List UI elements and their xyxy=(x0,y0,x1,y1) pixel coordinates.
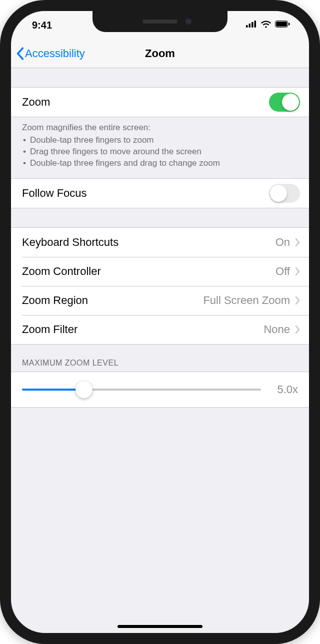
row-keyboard-shortcuts[interactable]: Keyboard Shortcuts On xyxy=(11,228,309,257)
row-label: Follow Focus xyxy=(22,187,87,200)
zoom-desc-bullet: Double-tap three fingers and drag to cha… xyxy=(22,158,298,169)
row-value: Off xyxy=(276,265,290,278)
notch xyxy=(92,11,228,32)
row-follow-focus[interactable]: Follow Focus xyxy=(11,179,309,208)
zoom-description: Zoom magnifies the entire screen: Double… xyxy=(11,117,309,178)
row-label: Zoom Filter xyxy=(22,323,78,336)
front-camera xyxy=(186,19,192,25)
screen: 9:41 xyxy=(11,11,309,633)
row-max-zoom-slider: 5.0x xyxy=(11,372,309,408)
zoom-toggle[interactable] xyxy=(269,93,300,112)
wifi-icon xyxy=(260,20,272,30)
svg-rect-5 xyxy=(276,22,287,27)
group-follow-focus: Follow Focus xyxy=(11,178,309,208)
cellular-icon xyxy=(246,21,257,30)
speaker-grill xyxy=(142,20,178,24)
status-icons xyxy=(246,20,293,30)
row-zoom-toggle[interactable]: Zoom xyxy=(11,88,309,117)
slider-knob[interactable] xyxy=(76,381,92,398)
back-label: Accessibility xyxy=(25,47,85,60)
zoom-desc-bullet: Drag three fingers to move around the sc… xyxy=(22,146,298,158)
svg-rect-2 xyxy=(252,22,254,28)
row-label: Zoom xyxy=(22,96,50,109)
row-label: Keyboard Shortcuts xyxy=(22,236,118,249)
row-value: None xyxy=(264,323,290,336)
chevron-right-icon xyxy=(295,325,300,334)
row-value: Full Screen Zoom xyxy=(203,294,290,307)
group-options: Keyboard Shortcuts On Zoom Controller Of… xyxy=(11,227,309,345)
nav-bar: Accessibility Zoom xyxy=(11,39,309,68)
content[interactable]: Zoom Zoom magnifies the entire screen: D… xyxy=(11,68,309,633)
max-zoom-value: 5.0x xyxy=(270,383,298,396)
battery-icon xyxy=(275,21,290,30)
max-zoom-slider[interactable] xyxy=(22,382,261,397)
row-label: Zoom Controller xyxy=(22,265,101,278)
slider-fill xyxy=(22,389,84,391)
svg-rect-3 xyxy=(254,21,256,28)
home-indicator[interactable] xyxy=(118,625,202,628)
section-header-max-zoom: Maximum Zoom Level xyxy=(11,345,309,372)
toggle-knob xyxy=(282,94,299,111)
svg-rect-0 xyxy=(246,25,248,28)
row-value: On xyxy=(276,236,290,249)
nav-title: Zoom xyxy=(145,47,175,60)
row-zoom-controller[interactable]: Zoom Controller Off xyxy=(11,257,309,286)
row-label: Zoom Region xyxy=(22,294,88,307)
toggle-knob xyxy=(270,185,287,202)
row-zoom-filter[interactable]: Zoom Filter None xyxy=(11,315,309,344)
status-time: 9:41 xyxy=(27,20,52,31)
svg-rect-1 xyxy=(249,24,251,28)
chevron-left-icon xyxy=(16,47,24,60)
zoom-description-title: Zoom magnifies the entire screen: xyxy=(22,122,298,134)
back-button[interactable]: Accessibility xyxy=(16,47,85,60)
chevron-right-icon xyxy=(295,238,300,247)
zoom-desc-bullet: Double-tap three fingers to zoom xyxy=(22,135,298,146)
svg-rect-6 xyxy=(288,23,290,26)
chevron-right-icon xyxy=(295,296,300,305)
follow-focus-toggle[interactable] xyxy=(269,184,300,203)
group-zoom: Zoom xyxy=(11,87,309,117)
chevron-right-icon xyxy=(295,267,300,276)
phone-frame: 9:41 xyxy=(0,0,320,644)
row-zoom-region[interactable]: Zoom Region Full Screen Zoom xyxy=(11,286,309,315)
